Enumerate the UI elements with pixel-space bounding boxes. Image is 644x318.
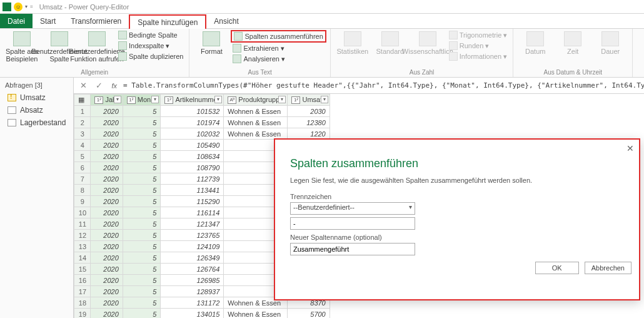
cell[interactable]: 2020	[91, 106, 123, 117]
cell[interactable]: 5	[123, 297, 161, 309]
index-column-button[interactable]: Indexspalte ▾	[116, 41, 185, 51]
format-button[interactable]: Format	[193, 30, 229, 56]
fx-icon[interactable]: fx	[109, 82, 119, 90]
merge-columns-button[interactable]: Spalten zusammenführen	[231, 30, 326, 43]
cell[interactable]: 2020	[91, 185, 123, 196]
row-number[interactable]: 6	[74, 162, 91, 173]
column-header[interactable]: 1²Jahr▾	[91, 95, 123, 106]
cell[interactable]: 108790	[161, 162, 224, 173]
column-filter-icon[interactable]: ▾	[151, 96, 159, 103]
cell[interactable]: 5	[123, 140, 161, 151]
statistics-button[interactable]: Statistiken	[335, 30, 371, 56]
cell[interactable]: 108634	[161, 151, 224, 162]
column-filter-icon[interactable]: ▾	[321, 96, 328, 103]
new-column-name-input[interactable]	[290, 243, 415, 255]
conditional-column-button[interactable]: Bedingte Spalte	[116, 30, 185, 40]
round-button[interactable]: Runden ▾	[447, 41, 509, 51]
row-number[interactable]: 8	[74, 185, 91, 196]
cell[interactable]: Wohnen & Essen	[224, 106, 288, 117]
separator-select[interactable]: --Benutzerdefiniert--	[290, 202, 415, 215]
tab-add-column[interactable]: Spalte hinzufügen	[129, 14, 206, 29]
row-number[interactable]: 14	[74, 252, 91, 264]
row-number[interactable]: 5	[74, 151, 91, 162]
cell[interactable]: 2020	[91, 264, 123, 275]
row-number[interactable]: 12	[74, 230, 91, 241]
row-number[interactable]: 2	[74, 117, 91, 128]
cell[interactable]: 5	[123, 117, 161, 128]
trig-button[interactable]: Trigonometrie ▾	[447, 30, 509, 40]
query-item[interactable]: Lagerbestand	[5, 116, 68, 129]
cell[interactable]: 5	[123, 207, 161, 218]
cell[interactable]: 2020	[91, 218, 123, 230]
cell[interactable]: 5	[123, 241, 161, 252]
cell[interactable]: 115290	[161, 196, 224, 207]
row-number[interactable]: 1	[74, 106, 91, 117]
cell[interactable]: 123765	[161, 230, 224, 241]
duplicate-column-button[interactable]: Spalte duplizieren	[116, 51, 185, 61]
column-header[interactable]: 1²Monat▾	[123, 95, 161, 106]
time-button[interactable]: Zeit	[555, 30, 591, 56]
cell[interactable]: 2020	[91, 173, 123, 185]
column-filter-icon[interactable]: ▾	[278, 96, 286, 103]
cell[interactable]: 5	[123, 162, 161, 173]
column-header[interactable]: 1²Artikelnummer▾	[161, 95, 224, 106]
cell[interactable]: 2020	[91, 297, 123, 309]
info-button[interactable]: Informationen ▾	[447, 51, 509, 61]
cell[interactable]: 126764	[161, 264, 224, 275]
cell[interactable]: 5	[123, 230, 161, 241]
cell[interactable]: 134015	[161, 309, 224, 318]
row-number[interactable]: 3	[74, 128, 91, 140]
cell[interactable]: 5	[123, 196, 161, 207]
date-button[interactable]: Datum	[517, 30, 553, 56]
column-header[interactable]: 1²Umsatz▾	[288, 95, 330, 106]
formula-cancel-icon[interactable]: ✕	[78, 81, 89, 90]
cell[interactable]: 5	[123, 275, 161, 286]
cell[interactable]: 5	[123, 173, 161, 185]
cell[interactable]: 126349	[161, 252, 224, 264]
cell[interactable]: 121347	[161, 218, 224, 230]
row-number[interactable]: 18	[74, 297, 91, 309]
smile-icon[interactable]: ☺	[14, 3, 23, 11]
row-number[interactable]: 15	[74, 264, 91, 275]
cell[interactable]: 5	[123, 309, 161, 318]
cell[interactable]: 116114	[161, 207, 224, 218]
table-row[interactable]: 1920205134015Wohnen & Essen5700	[74, 309, 330, 318]
formula-commit-icon[interactable]: ✓	[93, 81, 105, 90]
analyze-button[interactable]: Analysieren ▾	[231, 54, 326, 64]
cell[interactable]: 2020	[91, 196, 123, 207]
row-number[interactable]: 11	[74, 218, 91, 230]
cell[interactable]: 2030	[288, 106, 330, 117]
type-icon[interactable]: 1²	[291, 96, 300, 104]
row-number[interactable]: 9	[74, 196, 91, 207]
table-row[interactable]: 120205101532Wohnen & Essen2030	[74, 106, 330, 117]
cell[interactable]: 105490	[161, 140, 224, 151]
table-row[interactable]: 220205101974Wohnen & Essen12380	[74, 117, 330, 128]
cell[interactable]: 5	[123, 128, 161, 140]
cell[interactable]: 2020	[91, 162, 123, 173]
cell[interactable]: 126985	[161, 275, 224, 286]
cell[interactable]: 2020	[91, 117, 123, 128]
type-icon[interactable]: 1²	[94, 96, 103, 104]
cell[interactable]: 1220	[288, 128, 330, 140]
cell[interactable]: 2020	[91, 151, 123, 162]
cell[interactable]: 102032	[161, 128, 224, 140]
cell[interactable]: 5	[123, 106, 161, 117]
cell[interactable]: 5	[123, 185, 161, 196]
type-icon[interactable]: Aᴮ	[228, 96, 236, 104]
row-number[interactable]: 4	[74, 140, 91, 151]
cancel-button[interactable]: Abbrechen	[585, 262, 631, 274]
separator-custom-input[interactable]	[290, 217, 415, 230]
cell[interactable]: 113441	[161, 185, 224, 196]
ok-button[interactable]: OK	[535, 262, 579, 274]
cell[interactable]: 2020	[91, 140, 123, 151]
row-number[interactable]: 19	[74, 309, 91, 318]
type-icon[interactable]: 1²	[164, 96, 173, 104]
type-icon[interactable]: 1²	[127, 96, 136, 104]
corner-cell[interactable]: ▦	[74, 95, 91, 106]
cell[interactable]: 131172	[161, 297, 224, 309]
query-item[interactable]: Absatz	[5, 104, 68, 116]
cell[interactable]: Wohnen & Essen	[224, 117, 288, 128]
cell[interactable]: 5	[123, 218, 161, 230]
cell[interactable]: 124109	[161, 241, 224, 252]
formula-text[interactable]: = Table.TransformColumnTypes(#"Höher ges…	[123, 81, 644, 90]
